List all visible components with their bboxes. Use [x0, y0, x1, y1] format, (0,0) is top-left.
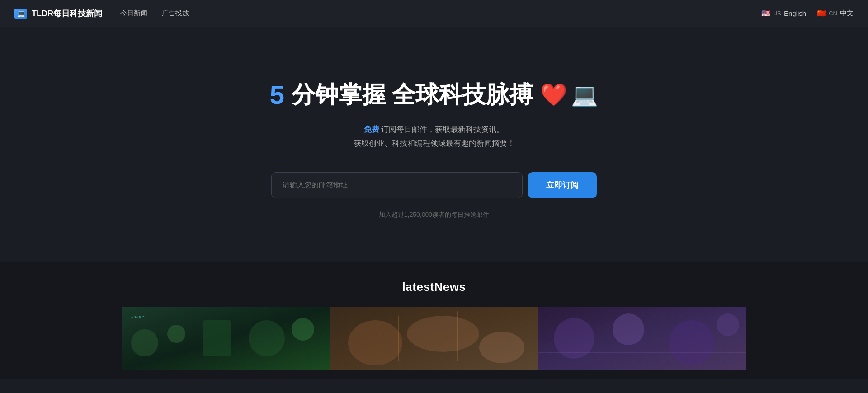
nav-today-news[interactable]: 今日新闻 [120, 9, 147, 18]
navbar-right: 🇺🇸 US English 🇨🇳 CN 中文 [761, 9, 854, 18]
hero-title-number: 5 [270, 79, 284, 111]
svg-point-15 [613, 313, 644, 345]
heart-emoji: ❤️ [540, 82, 567, 108]
hero-subtitle-line1: 订阅每日邮件，获取最新科技资讯。 [379, 125, 505, 134]
latest-news-title: latestNews [18, 280, 850, 294]
brand-icon: 💻 [14, 9, 27, 19]
lang-english[interactable]: 🇺🇸 US English [761, 9, 806, 18]
email-input[interactable] [271, 172, 523, 198]
laptop-emoji: 💻 [571, 82, 598, 108]
svg-point-5 [249, 320, 285, 356]
svg-text:nature: nature [131, 313, 144, 319]
navbar: 💻 TLDR每日科技新闻 今日新闻 广告投放 🇺🇸 US English 🇨🇳 … [0, 0, 868, 27]
hero-title-emojis: ❤️ 💻 [540, 82, 598, 108]
email-form: 立即订阅 [271, 172, 597, 198]
news-card-3[interactable] [538, 307, 746, 370]
svg-point-9 [407, 316, 479, 352]
svg-point-8 [348, 320, 402, 365]
hero-title: 5 分钟掌握 全球科技脉搏 ❤️ 💻 [270, 79, 599, 111]
svg-rect-11 [398, 316, 399, 361]
lang-chinese[interactable]: 🇨🇳 CN 中文 [817, 9, 854, 18]
lang-en-code: US [773, 10, 781, 17]
brand-logo[interactable]: 💻 TLDR每日科技新闻 [14, 8, 102, 19]
svg-point-6 [292, 318, 314, 341]
hero-subtitle-free: 免费 [364, 125, 379, 134]
svg-rect-18 [538, 352, 746, 353]
news-card-3-image [538, 307, 746, 370]
nav-advertise[interactable]: 广告投放 [162, 9, 189, 18]
lang-cn-code: CN [829, 10, 837, 17]
news-card-1-image: nature [122, 307, 330, 370]
lang-cn-label: 中文 [840, 9, 854, 18]
subscribe-button[interactable]: 立即订阅 [528, 172, 597, 198]
svg-rect-4 [203, 320, 231, 356]
news-card-1[interactable]: nature [122, 307, 330, 370]
brand-text: TLDR每日科技新闻 [32, 8, 102, 19]
svg-point-17 [717, 313, 739, 336]
us-flag-icon: 🇺🇸 [761, 9, 770, 18]
lang-en-label: English [784, 9, 806, 17]
hero-title-text: 分钟掌握 全球科技脉搏 [292, 80, 533, 108]
hero-section: 5 分钟掌握 全球科技脉搏 ❤️ 💻 免费 订阅每日邮件，获取最新科技资讯。 获… [0, 27, 868, 262]
nav-links: 今日新闻 广告投放 [120, 9, 189, 18]
svg-point-2 [131, 329, 158, 356]
svg-rect-12 [457, 311, 458, 361]
cn-flag-icon: 🇨🇳 [817, 9, 826, 18]
news-cards-row: nature [18, 307, 850, 370]
latest-news-section: latestNews nature [0, 262, 868, 379]
news-card-2[interactable] [330, 307, 538, 370]
navbar-left: 💻 TLDR每日科技新闻 今日新闻 广告投放 [14, 8, 189, 19]
hero-subtitle-line2: 获取创业、科技和编程领域最有趣的新闻摘要！ [354, 139, 515, 148]
svg-point-3 [167, 325, 185, 343]
svg-point-16 [669, 320, 714, 365]
news-card-2-image [330, 307, 538, 370]
svg-point-10 [479, 332, 524, 363]
hero-subtitle: 免费 订阅每日邮件，获取最新科技资讯。 获取创业、科技和编程领域最有趣的新闻摘要… [354, 123, 515, 150]
hero-readers-count: 加入超过1,250,000读者的每日推送邮件 [379, 211, 489, 219]
